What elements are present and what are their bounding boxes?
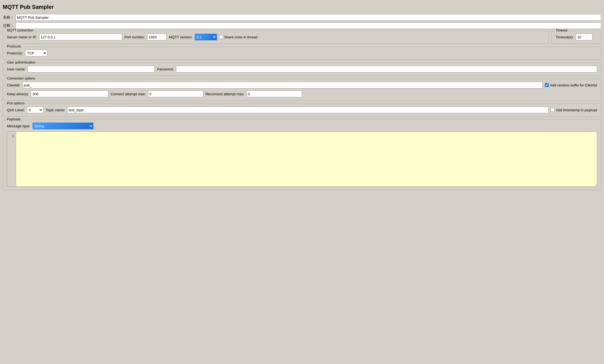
payloads-section: Payloads Message type: String Hex String… [3, 120, 601, 190]
add-timestamp-checkbox[interactable] [551, 108, 555, 112]
topic-label: Topic name: [46, 108, 65, 112]
connection-options-section: Connection options ClientId: Add random … [3, 79, 601, 101]
pub-options-legend: Pub options [6, 101, 25, 105]
server-input[interactable] [39, 34, 122, 40]
clientid-input[interactable] [22, 82, 543, 88]
message-type-label: Message type: [7, 124, 30, 128]
user-auth-section: User authentication User name: Password: [3, 63, 601, 76]
connect-max-input[interactable] [148, 91, 203, 97]
payload-area: 1 [7, 131, 597, 187]
line-numbers: 1 [7, 131, 16, 187]
port-input[interactable] [147, 34, 167, 40]
pub-options-section: Pub options QoS Level: 0 1 2 Topic name:… [3, 104, 601, 117]
name-label: 名称： [3, 15, 14, 20]
share-conn-label[interactable]: Share conn in thread [219, 35, 258, 39]
mqtt-connection-legend: MQTT connection [6, 28, 34, 32]
username-input[interactable] [28, 66, 155, 72]
comment-input[interactable] [15, 22, 601, 29]
topic-input[interactable] [67, 107, 548, 113]
protocols-legend: Protocols [6, 44, 22, 48]
protocols-section: Protocols Protocols: TCP SSL WS WSS [3, 47, 601, 60]
keepalive-input[interactable] [31, 91, 108, 97]
reconnect-max-input[interactable] [247, 91, 302, 97]
share-conn-checkbox[interactable] [219, 35, 223, 39]
message-type-select[interactable]: String Hex String Random From file [33, 123, 93, 129]
server-label: Server name or IP: [7, 35, 37, 39]
password-input[interactable] [176, 66, 597, 72]
qos-label: QoS Level: [7, 108, 25, 112]
protocols-label: Protocols: [7, 51, 23, 55]
comment-label: 注释： [3, 23, 14, 28]
add-random-checkbox[interactable] [545, 83, 549, 87]
username-label: User name: [7, 67, 25, 71]
page-title: MQTT Pub Sampler [3, 3, 601, 11]
version-label: MQTT version: [169, 35, 193, 39]
connect-max-label: Connect attampt max: [111, 92, 146, 96]
password-label: Password: [157, 67, 174, 71]
keepalive-label: Keep alive(s): [7, 92, 29, 96]
port-label: Port number: [124, 35, 145, 39]
mqtt-version-select[interactable]: 3.1 3.1.1 5.0 [195, 34, 217, 40]
mqtt-connection-section: MQTT connection Server name or IP: Port … [3, 31, 549, 44]
qos-select[interactable]: 0 1 2 [27, 107, 43, 113]
connection-options-legend: Connection options [6, 77, 36, 80]
name-input[interactable] [15, 14, 601, 21]
reconnect-max-label: Reconnect attampt max: [206, 92, 245, 96]
add-timestamp-label[interactable]: Add timestamp in payload [551, 108, 597, 112]
user-auth-legend: User authentication [6, 60, 36, 64]
timeout-input[interactable] [576, 34, 592, 40]
payload-textarea[interactable] [16, 131, 597, 187]
timeout-label: Timeout(s): [556, 35, 574, 39]
add-random-label[interactable]: Add random suffix for ClientId [545, 83, 597, 87]
protocols-select[interactable]: TCP SSL WS WSS [25, 50, 47, 56]
timeout-section: Timeout Timeout(s): [552, 31, 601, 44]
timeout-legend: Timeout [555, 28, 569, 32]
payloads-legend: Payloads [6, 117, 22, 121]
clientid-label: ClientId: [7, 83, 20, 87]
